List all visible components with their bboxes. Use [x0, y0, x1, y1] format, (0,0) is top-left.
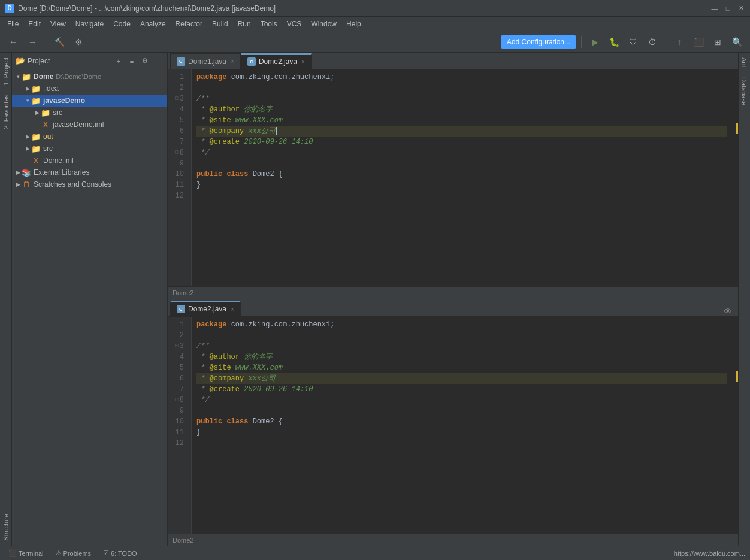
project-tree: ▾ 📁 Dome D:\Dome\Dome ▶ 📁 .idea ▾ 📁	[12, 69, 167, 546]
top-tab-bar: C Dome1.java × C Dome2.java ×	[168, 53, 738, 69]
maximize-button[interactable]: □	[724, 4, 732, 13]
editor-area: C Dome1.java × C Dome2.java × 1 2	[168, 53, 738, 546]
project-minimize-button[interactable]: —	[153, 56, 164, 66]
top-line-2	[196, 83, 727, 93]
tree-arrow-idea: ▶	[24, 86, 31, 92]
bottom-pane-eye-icon[interactable]: 👁	[724, 307, 732, 316]
menu-tools[interactable]: Tools	[256, 19, 282, 29]
bottom-line-10: public class Dome2 {	[196, 416, 727, 427]
menu-edit[interactable]: Edit	[23, 19, 46, 29]
toolbar-build-button[interactable]: 🔨	[51, 34, 68, 50]
terminal-label: Terminal	[19, 550, 44, 557]
menu-navigate[interactable]: Navigate	[71, 19, 108, 29]
top-line-4: * @author 你的名字	[196, 104, 727, 115]
bottom-line-8: */	[196, 395, 727, 405]
menu-window[interactable]: Window	[306, 19, 341, 29]
change-marker-bottom-6	[736, 371, 738, 382]
toolbar-debug-button[interactable]: 🐛	[606, 34, 622, 50]
toolbar-back-button[interactable]: ←	[5, 34, 22, 50]
toolbar-search-everywhere-button[interactable]: 🔍	[728, 34, 745, 50]
tab-dome2b-label: Dome2.java	[188, 305, 226, 313]
toolbar-forward-button[interactable]: →	[24, 34, 41, 50]
project-panel: 📂 Project + ≡ ⚙ — ▾ 📁 Dome D:\Dome\Dome	[12, 53, 168, 546]
eye-icon-container: 👁	[724, 307, 736, 316]
top-code-content[interactable]: package com.zking.com.zhuchenxi; /** * @…	[192, 69, 732, 286]
src2-folder-icon: 📁	[31, 144, 41, 153]
tree-item-ext-libs[interactable]: ▶ 📚 External Libraries	[12, 167, 167, 178]
tab-dome1-java[interactable]: C Dome1.java ×	[170, 53, 241, 69]
project-panel-title: Project	[28, 57, 111, 65]
tab-dome2b-close[interactable]: ×	[231, 306, 234, 313]
tree-item-idea[interactable]: ▶ 📁 .idea	[12, 83, 167, 95]
app-icon: D	[5, 4, 14, 13]
javaseDemo-module-icon: 📁	[31, 96, 41, 105]
menu-help[interactable]: Help	[341, 19, 366, 29]
top-line-5: * @site www.XXX.com	[196, 115, 727, 126]
toolbar-run-with-coverage-button[interactable]: 🛡	[625, 34, 642, 50]
add-configuration-button[interactable]: Add Configuration...	[501, 35, 576, 49]
tab-dome2-close[interactable]: ×	[301, 59, 305, 65]
bottom-line-numbers: 1 2 ⊟3 4 5 6 7 ⊟8 9 10 11 12	[168, 317, 192, 534]
toolbar-profile-button[interactable]: ⏱	[644, 34, 661, 50]
top-line-3: /**	[196, 93, 727, 104]
bottom-bar: ⬛ Terminal ⚠ Problems ☑ 6: TODO https://…	[0, 546, 750, 560]
toolbar-terminal-button[interactable]: ⬛	[690, 34, 707, 50]
dome2b-java-icon: C	[177, 305, 185, 313]
structure-panel-toggle[interactable]: Structure	[0, 509, 11, 546]
tree-item-dome[interactable]: ▾ 📁 Dome D:\Dome\Dome	[12, 71, 167, 83]
tree-arrow-src: ▶	[34, 110, 41, 116]
tree-item-javaseDemo[interactable]: ▾ 📁 javaseDemo	[12, 95, 167, 107]
tree-label-dome: Dome	[34, 72, 53, 81]
fold-3-bottom[interactable]: ⊟	[175, 341, 179, 352]
toolbar-layout-button[interactable]: ⊞	[709, 34, 726, 50]
bottom-code-content[interactable]: package com.zking.com.zhuchenxi; /** * @…	[192, 317, 732, 534]
ant-panel-toggle[interactable]: Ant	[739, 53, 750, 72]
menu-view[interactable]: View	[46, 19, 71, 29]
tree-label-javaseDemo-iml: javaseDemo.iml	[53, 120, 104, 129]
tab-dome1-close[interactable]: ×	[231, 58, 234, 65]
title-text: Dome [D:\Dome\Dome] - ...\com\zking\com\…	[18, 4, 276, 13]
problems-button[interactable]: ⚠ Problems	[52, 548, 95, 558]
tree-label-dome-iml: Dome.iml	[43, 156, 74, 165]
menu-code[interactable]: Code	[108, 19, 135, 29]
toolbar-settings-button[interactable]: ⚙	[70, 34, 87, 50]
minimize-button[interactable]: —	[710, 4, 719, 13]
bottom-editor-wrapper: 1 2 ⊟3 4 5 6 7 ⊟8 9 10 11 12 packa	[168, 317, 738, 534]
fold-3-top[interactable]: ⊟	[175, 93, 179, 104]
todo-label: 6: TODO	[111, 550, 137, 557]
tree-label-out: out	[43, 132, 53, 141]
tab-dome2-java[interactable]: C Dome2.java ×	[241, 53, 312, 69]
top-editor-wrapper: 1 2 ⊟3 4 5 6 7 ⊟8 9 10 11 12 packa	[168, 69, 738, 286]
tree-item-out[interactable]: ▶ 📁 out	[12, 131, 167, 143]
menu-build[interactable]: Build	[207, 19, 233, 29]
project-add-button[interactable]: +	[113, 56, 124, 66]
toolbar-vcs-button[interactable]: ↑	[671, 34, 688, 50]
database-panel-toggle[interactable]: Database	[739, 72, 750, 110]
terminal-button[interactable]: ⬛ Terminal	[5, 548, 47, 558]
menu-analyze[interactable]: Analyze	[135, 19, 171, 29]
tree-item-javaseDemo-iml[interactable]: ▶ X javaseDemo.iml	[12, 119, 167, 131]
menu-run[interactable]: Run	[233, 19, 256, 29]
top-editor-status: Dome2	[173, 289, 193, 296]
tab-dome2b-java[interactable]: C Dome2.java ×	[170, 301, 241, 316]
tree-item-src2[interactable]: ▶ 📁 src	[12, 143, 167, 155]
bottom-line-12	[196, 438, 727, 449]
project-panel-toggle[interactable]: 1: Project	[0, 53, 11, 90]
fold-8-bottom[interactable]: ⊟	[175, 395, 179, 405]
close-button[interactable]: ✕	[737, 4, 745, 13]
todo-button[interactable]: ☑ 6: TODO	[99, 548, 141, 558]
tree-item-src[interactable]: ▶ 📁 src	[12, 107, 167, 119]
project-settings-button[interactable]: ⚙	[140, 56, 150, 66]
toolbar-run-button[interactable]: ▶	[586, 34, 603, 50]
menu-refactor[interactable]: Refactor	[171, 19, 207, 29]
tree-label-src: src	[53, 108, 62, 117]
menu-vcs[interactable]: VCS	[282, 19, 307, 29]
menu-file[interactable]: File	[2, 19, 23, 29]
tree-item-scratches[interactable]: ▶ 🗒 Scratches and Consoles	[12, 178, 167, 190]
top-line-8: */	[196, 147, 727, 158]
favorites-panel-toggle[interactable]: 2: Favorites	[0, 90, 11, 134]
tree-item-dome-iml[interactable]: ▶ X Dome.iml	[12, 155, 167, 167]
fold-8-top[interactable]: ⊟	[175, 147, 179, 158]
tab-dome1-label: Dome1.java	[188, 57, 226, 66]
project-layout-button[interactable]: ≡	[126, 56, 137, 66]
